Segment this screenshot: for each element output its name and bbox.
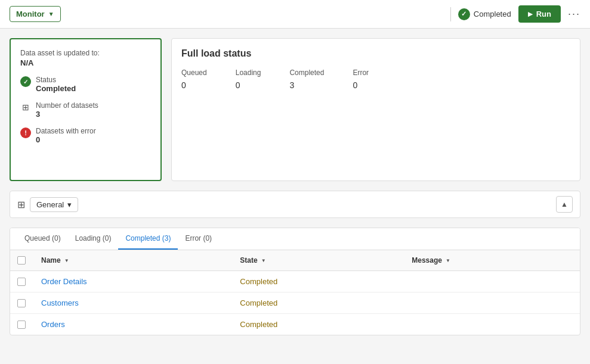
row3-state: Completed <box>233 314 404 335</box>
table-container: Queued (0) Loading (0) Completed (3) Err… <box>10 228 580 335</box>
errors-field-label: Datasets with error <box>36 127 96 135</box>
stat-loading-value: 0 <box>236 80 261 90</box>
table-header-row: Name ▼ State ▼ Message ▼ <box>10 250 580 271</box>
collapse-button[interactable]: ▲ <box>556 196 573 213</box>
tab-error[interactable]: Error (0) <box>178 228 219 250</box>
col-message: Message ▼ <box>404 250 580 271</box>
table-icon: ⊞ <box>17 199 25 210</box>
tab-queued[interactable]: Queued (0) <box>17 228 68 250</box>
tab-loading[interactable]: Loading (0) <box>68 228 119 250</box>
row1-checkbox-cell <box>10 271 34 293</box>
general-label: General <box>36 200 64 209</box>
row1-message <box>404 271 580 293</box>
filter-row: ⊞ General ▾ ▲ <box>10 191 580 218</box>
stat-queued-value: 0 <box>181 80 207 90</box>
stat-error-label: Error <box>353 69 369 77</box>
stat-error: Error 0 <box>353 69 369 90</box>
stat-loading: Loading 0 <box>236 69 261 90</box>
status-field-label: Status <box>36 76 76 84</box>
tab-completed[interactable]: Completed (3) <box>118 228 178 250</box>
stat-error-value: 0 <box>353 80 369 90</box>
state-sort-icon[interactable]: ▼ <box>261 258 266 263</box>
run-label: Run <box>536 10 551 18</box>
row2-checkbox-cell <box>10 293 34 314</box>
errors-field-value: 0 <box>36 135 96 144</box>
row2-state: Completed <box>233 293 404 314</box>
topbar-left: Monitor ▼ <box>10 6 61 22</box>
data-table: Name ▼ State ▼ Message ▼ <box>10 250 580 335</box>
check-circle-icon <box>458 8 470 20</box>
message-sort-icon[interactable]: ▼ <box>446 258 450 263</box>
general-dropdown[interactable]: General ▾ <box>30 197 78 212</box>
col-message-label: Message <box>412 256 442 265</box>
chevron-down-icon: ▼ <box>48 11 54 17</box>
filter-left: ⊞ General ▾ <box>17 197 78 212</box>
datasets-icon: ⊞ <box>20 102 31 113</box>
status-check-icon <box>20 76 31 87</box>
col-name-label: Name <box>41 256 61 265</box>
table-row: Customers Completed <box>10 293 580 314</box>
select-all-checkbox[interactable] <box>17 256 26 265</box>
status-completed: Completed <box>458 8 511 20</box>
topbar-right: Completed ▶ Run ··· <box>450 5 580 23</box>
chevron-up-icon: ▲ <box>561 200 568 209</box>
row3-message <box>404 314 580 335</box>
stat-completed-value: 3 <box>289 80 324 90</box>
main-content: Data asset is updated to: N/A Status Com… <box>0 29 590 345</box>
row2-message <box>404 293 580 314</box>
table-body: Order Details Completed Customers Comple… <box>10 271 580 335</box>
table-tabs: Queued (0) Loading (0) Completed (3) Err… <box>10 228 580 250</box>
status-label: Completed <box>474 10 511 18</box>
topbar: Monitor ▼ Completed ▶ Run ··· <box>0 0 590 29</box>
status-row: Status Completed <box>20 76 151 93</box>
data-asset-label: Data asset is updated to: <box>20 49 151 57</box>
status-field-value: Completed <box>36 84 76 93</box>
table-row: Orders Completed <box>10 314 580 335</box>
monitor-button[interactable]: Monitor ▼ <box>10 6 61 22</box>
panels-row: Data asset is updated to: N/A Status Com… <box>10 38 580 181</box>
error-icon <box>20 127 31 138</box>
name-sort-icon[interactable]: ▼ <box>64 258 69 263</box>
divider <box>450 7 451 21</box>
datasets-field-label: Number of datasets <box>36 101 98 110</box>
row3-checkbox-cell <box>10 314 34 335</box>
chevron-down-icon: ▾ <box>67 200 72 209</box>
data-asset-value: N/A <box>20 58 151 67</box>
left-panel: Data asset is updated to: N/A Status Com… <box>10 38 162 181</box>
col-name: Name ▼ <box>34 250 233 271</box>
stat-completed-label: Completed <box>289 69 324 77</box>
play-icon: ▶ <box>528 11 533 17</box>
errors-row: Datasets with error 0 <box>20 127 151 144</box>
monitor-label: Monitor <box>16 10 45 18</box>
datasets-field-value: 3 <box>36 110 98 119</box>
stat-completed: Completed 3 <box>289 69 324 90</box>
stats-row: Queued 0 Loading 0 Completed 3 Error 0 <box>181 69 570 90</box>
full-load-title: Full load status <box>181 48 570 59</box>
row3-name[interactable]: Orders <box>34 314 233 335</box>
row1-name[interactable]: Order Details <box>34 271 233 293</box>
run-button[interactable]: ▶ Run <box>518 5 561 23</box>
row2-name[interactable]: Customers <box>34 293 233 314</box>
stat-queued-label: Queued <box>181 69 207 77</box>
select-all-header <box>10 250 34 271</box>
col-state: State ▼ <box>233 250 404 271</box>
col-state-label: State <box>240 256 257 265</box>
row3-checkbox[interactable] <box>17 321 26 329</box>
row2-checkbox[interactable] <box>17 299 26 307</box>
more-options-button[interactable]: ··· <box>568 8 580 20</box>
row1-state: Completed <box>233 271 404 293</box>
right-panel: Full load status Queued 0 Loading 0 Comp… <box>171 38 580 181</box>
table-row: Order Details Completed <box>10 271 580 293</box>
stat-loading-label: Loading <box>236 69 261 77</box>
datasets-row: ⊞ Number of datasets 3 <box>20 101 151 119</box>
row1-checkbox[interactable] <box>17 278 26 286</box>
stat-queued: Queued 0 <box>181 69 207 90</box>
